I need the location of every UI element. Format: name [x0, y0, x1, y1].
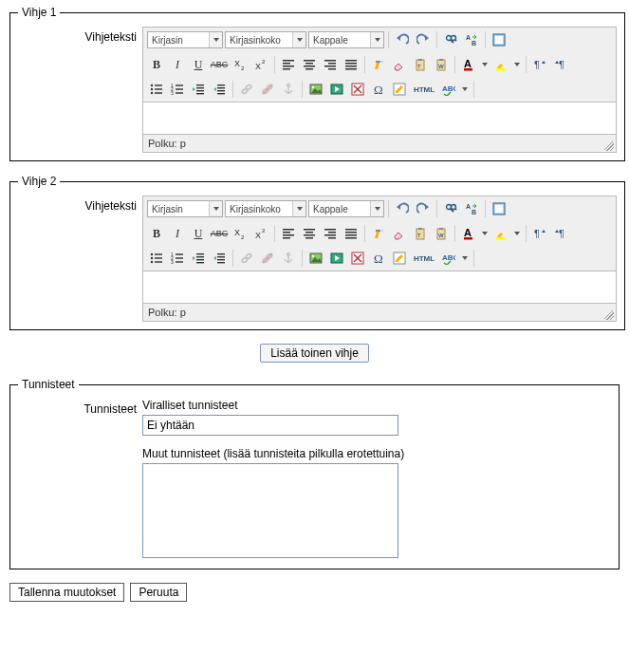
- font-family-dropdown[interactable]: Kirjasin: [147, 31, 223, 48]
- align-justify-icon[interactable]: [342, 224, 361, 243]
- font-size-dropdown[interactable]: Kirjasinkoko: [225, 31, 306, 48]
- strikethrough-icon[interactable]: ABC: [210, 55, 229, 74]
- highlight-color-icon[interactable]: [491, 55, 510, 74]
- edit-source-icon[interactable]: [390, 249, 409, 268]
- other-tags-textarea[interactable]: [142, 463, 398, 558]
- subscript-icon[interactable]: [231, 224, 250, 243]
- save-button[interactable]: Tallenna muutokset: [9, 583, 124, 602]
- replace-icon[interactable]: [462, 199, 481, 218]
- align-left-icon[interactable]: [279, 55, 298, 74]
- outdent-icon[interactable]: [189, 249, 208, 268]
- highlight-color-arrow-icon[interactable]: [512, 63, 522, 66]
- image-icon[interactable]: [306, 249, 325, 268]
- unlink-icon[interactable]: [258, 80, 277, 99]
- nonbreaking-icon[interactable]: [348, 249, 367, 268]
- subscript-icon[interactable]: [231, 55, 250, 74]
- image-icon[interactable]: [306, 80, 325, 99]
- special-char-icon[interactable]: [369, 80, 388, 99]
- unordered-list-icon[interactable]: [147, 80, 166, 99]
- text-color-icon[interactable]: [459, 55, 478, 74]
- paste-word-icon[interactable]: [432, 224, 451, 243]
- undo-icon[interactable]: [393, 30, 412, 49]
- underline-icon[interactable]: U: [189, 224, 208, 243]
- hint-fieldset: Vihje 2 Vihjeteksti Kirjasin Kirjasinkok…: [9, 175, 625, 330]
- superscript-icon[interactable]: [251, 224, 270, 243]
- cleanup-icon[interactable]: [369, 55, 388, 74]
- editor-content-area[interactable]: [143, 271, 616, 303]
- other-tags-label: Muut tunnisteet (lisää tunnisteita pilku…: [142, 447, 611, 460]
- superscript-icon[interactable]: [251, 55, 270, 74]
- bold-icon[interactable]: B: [147, 224, 166, 243]
- highlight-color-arrow-icon[interactable]: [512, 232, 522, 235]
- spellcheck-icon[interactable]: [439, 249, 458, 268]
- replace-icon[interactable]: [462, 30, 481, 49]
- align-right-icon[interactable]: [321, 224, 340, 243]
- ltr-icon[interactable]: [530, 224, 549, 243]
- text-color-icon[interactable]: [459, 224, 478, 243]
- unlink-icon[interactable]: [258, 249, 277, 268]
- remove-format-icon[interactable]: [390, 224, 409, 243]
- redo-icon[interactable]: [414, 30, 433, 49]
- spellcheck-arrow-icon[interactable]: [460, 87, 470, 91]
- highlight-color-icon[interactable]: [491, 224, 510, 243]
- text-color-arrow-icon[interactable]: [480, 232, 490, 235]
- unordered-list-icon[interactable]: [147, 249, 166, 268]
- link-icon[interactable]: [237, 249, 256, 268]
- html-button[interactable]: HTML: [411, 249, 437, 268]
- paste-word-icon[interactable]: [432, 55, 451, 74]
- outdent-icon[interactable]: [189, 80, 208, 99]
- indent-icon[interactable]: [210, 249, 229, 268]
- find-icon[interactable]: [441, 30, 460, 49]
- underline-icon[interactable]: U: [189, 55, 208, 74]
- spellcheck-icon[interactable]: [439, 80, 458, 99]
- special-char-icon[interactable]: [369, 249, 388, 268]
- add-hint-button[interactable]: Lisää toinen vihje: [260, 344, 369, 363]
- cleanup-icon[interactable]: [369, 224, 388, 243]
- align-right-icon[interactable]: [321, 55, 340, 74]
- redo-icon[interactable]: [414, 199, 433, 218]
- rtl-icon[interactable]: [551, 55, 570, 74]
- resize-grip-icon[interactable]: [604, 141, 614, 151]
- html-button[interactable]: HTML: [411, 80, 437, 99]
- text-color-arrow-icon[interactable]: [480, 63, 490, 66]
- official-tags-input[interactable]: [142, 415, 398, 436]
- undo-icon[interactable]: [393, 199, 412, 218]
- rtl-icon[interactable]: [551, 224, 570, 243]
- font-size-dropdown[interactable]: Kirjasinkoko: [225, 200, 306, 217]
- align-justify-icon[interactable]: [342, 55, 361, 74]
- paste-text-icon[interactable]: [411, 55, 430, 74]
- paste-text-icon[interactable]: [411, 224, 430, 243]
- ordered-list-icon[interactable]: [168, 80, 187, 99]
- find-icon[interactable]: [441, 199, 460, 218]
- tags-fieldset: Tunnisteet Tunnisteet Viralliset tunnist…: [9, 378, 620, 569]
- nonbreaking-icon[interactable]: [348, 80, 367, 99]
- resize-grip-icon[interactable]: [604, 310, 614, 320]
- italic-icon[interactable]: I: [168, 224, 187, 243]
- media-icon[interactable]: [327, 80, 346, 99]
- format-dropdown[interactable]: Kappale: [308, 200, 384, 217]
- anchor-icon[interactable]: [279, 249, 298, 268]
- align-center-icon[interactable]: [300, 55, 319, 74]
- fullscreen-icon[interactable]: [490, 199, 509, 218]
- format-dropdown[interactable]: Kappale: [308, 31, 384, 48]
- ltr-icon[interactable]: [530, 55, 549, 74]
- anchor-icon[interactable]: [279, 80, 298, 99]
- strikethrough-icon[interactable]: ABC: [210, 224, 229, 243]
- remove-format-icon[interactable]: [390, 55, 409, 74]
- spellcheck-arrow-icon[interactable]: [460, 256, 470, 260]
- ordered-list-icon[interactable]: [168, 249, 187, 268]
- align-left-icon[interactable]: [279, 224, 298, 243]
- bold-icon[interactable]: B: [147, 55, 166, 74]
- media-icon[interactable]: [327, 249, 346, 268]
- italic-icon[interactable]: I: [168, 55, 187, 74]
- align-center-icon[interactable]: [300, 224, 319, 243]
- indent-icon[interactable]: [210, 80, 229, 99]
- fullscreen-icon[interactable]: [490, 30, 509, 49]
- official-tags-label: Viralliset tunnisteet: [142, 399, 611, 412]
- hint-legend: Vihje 1: [18, 6, 60, 19]
- link-icon[interactable]: [237, 80, 256, 99]
- cancel-button[interactable]: Peruuta: [130, 583, 187, 602]
- editor-content-area[interactable]: [143, 102, 616, 134]
- font-family-dropdown[interactable]: Kirjasin: [147, 200, 223, 217]
- edit-source-icon[interactable]: [390, 80, 409, 99]
